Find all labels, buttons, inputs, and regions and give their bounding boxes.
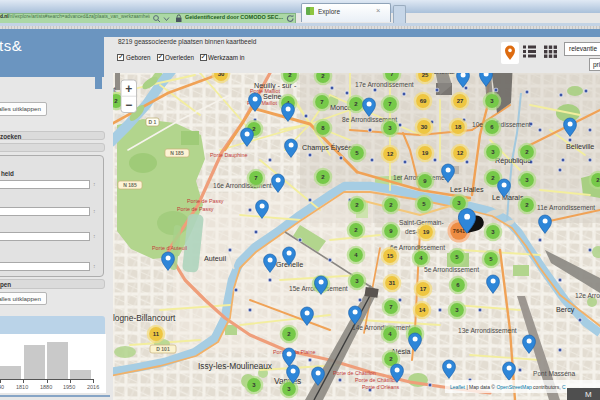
svg-text:69: 69 xyxy=(420,98,427,104)
svg-text:17: 17 xyxy=(420,286,427,292)
svg-text:17e Arrondissement: 17e Arrondissement xyxy=(355,81,414,88)
svg-text:Bercy: Bercy xyxy=(556,305,575,314)
svg-text:Porte de Passy: Porte de Passy xyxy=(177,206,214,212)
svg-text:N 185: N 185 xyxy=(170,150,184,156)
svg-text:D 101: D 101 xyxy=(156,346,170,352)
svg-text:13e Arrondissement: 13e Arrondissement xyxy=(458,327,517,334)
svg-text:31: 31 xyxy=(389,280,396,286)
svg-text:Porte Dauphine: Porte Dauphine xyxy=(210,152,247,158)
svg-text:19: 19 xyxy=(422,150,429,156)
svg-text:Porte d'Auteuil: Porte d'Auteuil xyxy=(152,245,187,251)
svg-text:Porte de Châtillon: Porte de Châtillon xyxy=(333,370,376,376)
svg-text:14e Arrondissement: 14e Arrondissement xyxy=(352,324,411,331)
svg-text:Boulogne-Billancourt: Boulogne-Billancourt xyxy=(113,313,176,323)
svg-text:−: − xyxy=(125,98,132,112)
svg-text:30: 30 xyxy=(218,73,225,77)
svg-text:12: 12 xyxy=(387,151,394,157)
svg-text:Issy-les-Moulineaux: Issy-les-Moulineaux xyxy=(198,361,273,371)
svg-text:5e Arrondissement: 5e Arrondissement xyxy=(424,266,479,273)
svg-text:+: + xyxy=(125,82,132,96)
svg-text:7641: 7641 xyxy=(453,228,465,234)
svg-text:30: 30 xyxy=(421,124,428,130)
svg-text:15: 15 xyxy=(387,253,394,259)
svg-text:M: M xyxy=(585,390,592,399)
svg-text:12e Arrondisseme: 12e Arrondisseme xyxy=(575,292,600,299)
svg-text:D 1: D 1 xyxy=(149,119,157,125)
svg-text:18: 18 xyxy=(455,124,462,130)
svg-text:2: 2 xyxy=(596,177,600,183)
svg-text:11e Arrondissement: 11e Arrondissement xyxy=(537,204,595,211)
svg-text:Porte d'Orléans: Porte d'Orléans xyxy=(362,384,400,390)
svg-text:12: 12 xyxy=(457,150,464,156)
svg-text:Leaflet | Map data © OpenStree: Leaflet | Map data © OpenStreetMap contr… xyxy=(450,384,566,390)
svg-text:10e Arrondissement: 10e Arrondissement xyxy=(472,121,531,128)
svg-text:Porte de Passy: Porte de Passy xyxy=(187,198,224,204)
svg-text:Belleville: Belleville xyxy=(566,142,594,151)
svg-text:Pont Masséna: Pont Masséna xyxy=(533,370,575,377)
svg-text:25: 25 xyxy=(422,73,429,78)
svg-text:11: 11 xyxy=(153,331,160,337)
svg-text:Porte de Châtillon: Porte de Châtillon xyxy=(355,377,398,383)
svg-text:Auteuil: Auteuil xyxy=(204,254,226,263)
svg-text:27: 27 xyxy=(457,98,464,104)
svg-text:Les Halles: Les Halles xyxy=(450,185,484,194)
svg-text:14: 14 xyxy=(419,307,426,313)
svg-text:N 185: N 185 xyxy=(123,182,137,188)
svg-text:19: 19 xyxy=(423,229,430,235)
